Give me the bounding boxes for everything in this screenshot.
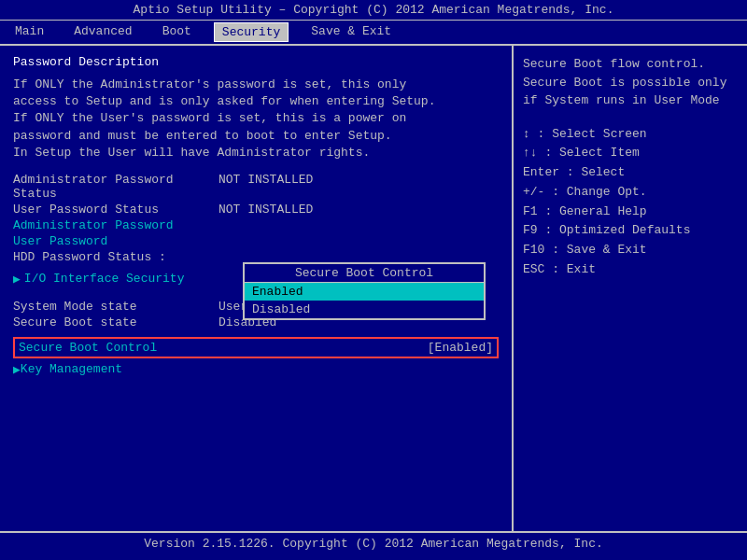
secure-boot-control-label: Secure Boot Control bbox=[19, 341, 428, 355]
key-hint-f9: F9 : Optimized Defaults bbox=[523, 221, 738, 241]
menu-item-advanced[interactable]: Advanced bbox=[66, 22, 139, 42]
key-mgmt-arrow-icon: ▶ bbox=[13, 362, 21, 377]
secure-boot-state-label: Secure Boot state bbox=[13, 315, 218, 329]
key-hint-select-screen: ↕ : Select Screen bbox=[523, 125, 738, 145]
io-interface-label: I/O Interface Security bbox=[24, 272, 185, 286]
menu-item-security[interactable]: Security bbox=[214, 22, 289, 42]
admin-password-link[interactable]: Administrator Password bbox=[13, 218, 499, 232]
admin-status-value: NOT INSTALLED bbox=[218, 173, 313, 201]
key-management-link[interactable]: ▶ Key Management bbox=[13, 362, 499, 377]
description-text: If ONLY the Administrator's password is … bbox=[13, 77, 499, 161]
secure-boot-control-value: [Enabled] bbox=[428, 341, 493, 355]
footer: Version 2.15.1226. Copyright (C) 2012 Am… bbox=[0, 531, 747, 559]
menu-item-main[interactable]: Main bbox=[7, 22, 51, 42]
title-bar: Aptio Setup Utility – Copyright (C) 2012… bbox=[0, 0, 747, 21]
admin-status-label: Administrator Password Status bbox=[13, 173, 218, 201]
user-status-value: NOT INSTALLED bbox=[218, 203, 313, 217]
dropdown-option-enabled[interactable]: Enabled bbox=[245, 283, 484, 301]
admin-status-row: Administrator Password Status NOT INSTAL… bbox=[13, 173, 499, 201]
user-password-link[interactable]: User Password bbox=[13, 234, 499, 248]
key-hint-select-item: ↑↓ : Select Item bbox=[523, 144, 738, 163]
key-hint-enter: Enter : Select bbox=[523, 163, 738, 183]
main-content: Password Description If ONLY the Adminis… bbox=[0, 46, 747, 531]
key-hint-f1: F1 : General Help bbox=[523, 203, 738, 222]
io-arrow-icon: ▶ bbox=[13, 272, 21, 287]
title-text: Aptio Setup Utility – Copyright (C) 2012… bbox=[134, 3, 614, 17]
system-mode-label: System Mode state bbox=[13, 300, 218, 314]
menu-item-boot[interactable]: Boot bbox=[155, 22, 199, 42]
menu-bar: Main Advanced Boot Security Save & Exit bbox=[0, 21, 747, 46]
dropdown-option-disabled[interactable]: Disabled bbox=[245, 301, 484, 318]
left-panel: Password Description If ONLY the Adminis… bbox=[0, 46, 514, 531]
menu-item-save-exit[interactable]: Save & Exit bbox=[303, 22, 399, 42]
footer-text: Version 2.15.1226. Copyright (C) 2012 Am… bbox=[144, 537, 602, 551]
key-hint-change: +/- : Change Opt. bbox=[523, 183, 738, 203]
right-panel: Secure Boot flow control. Secure Boot is… bbox=[514, 46, 747, 531]
help-text: Secure Boot flow control. Secure Boot is… bbox=[523, 55, 738, 110]
user-status-row: User Password Status NOT INSTALLED bbox=[13, 203, 499, 217]
key-hints: ↕ : Select Screen ↑↓ : Select Item Enter… bbox=[523, 125, 738, 280]
dropdown-popup: Secure Boot Control Enabled Disabled bbox=[243, 262, 486, 320]
key-hint-esc: ESC : Exit bbox=[523, 260, 738, 280]
key-management-label: Key Management bbox=[21, 362, 122, 376]
popup-title: Secure Boot Control bbox=[245, 264, 484, 283]
user-status-label: User Password Status bbox=[13, 203, 218, 217]
hdd-label: HDD Password Status : bbox=[13, 250, 166, 264]
section-title: Password Description bbox=[13, 55, 499, 69]
key-hint-f10: F10 : Save & Exit bbox=[523, 241, 738, 260]
secure-boot-control-row[interactable]: Secure Boot Control [Enabled] bbox=[13, 337, 499, 358]
